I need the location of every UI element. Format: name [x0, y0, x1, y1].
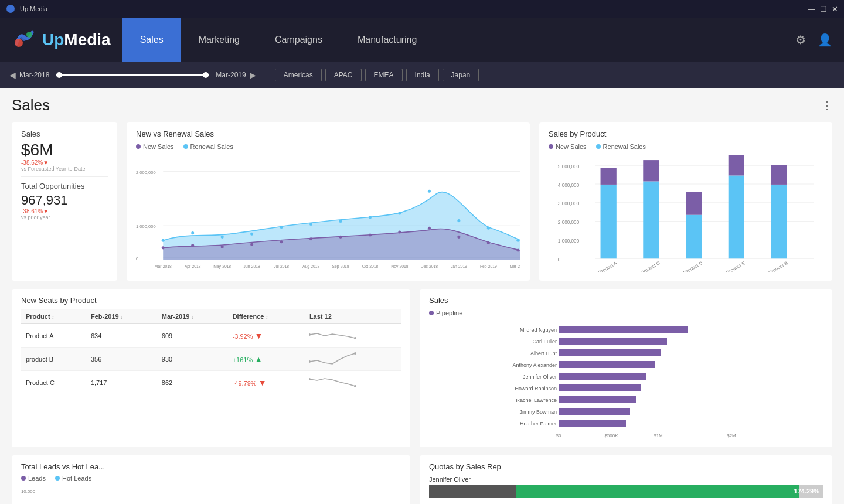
renewal-point-11: [487, 227, 490, 230]
quota-jennifer-fill: [516, 485, 799, 498]
svg-text:1,000,000: 1,000,000: [136, 224, 156, 229]
new-vs-renewal-legend: New Sales Renewal Sales: [136, 143, 520, 150]
renewal-point-7: [369, 216, 372, 219]
svg-text:Sep-2018: Sep-2018: [332, 264, 349, 269]
bar-carl: [559, 338, 667, 345]
legend-renewal-label: Renewal Sales: [190, 143, 233, 150]
col-mar[interactable]: Mar-2019: [157, 309, 228, 324]
slider-thumb-left[interactable]: [56, 72, 62, 78]
svg-text:1,000,000: 1,000,000: [558, 239, 580, 244]
sbp-legend-new-dot: [549, 144, 553, 149]
title-bar-controls[interactable]: — ☐ ✕: [808, 5, 838, 13]
svg-point-41: [309, 333, 311, 336]
more-menu-button[interactable]: ⋮: [822, 99, 832, 112]
filter-bar: ◀ Mar-2018 Mar-2019 ▶ Americas APAC EMEA…: [0, 62, 844, 88]
new-vs-renewal-chart: 0 1,000,000 2,000,000 Mar-2018 Apr-2018 …: [136, 155, 520, 272]
quota-jennifer-marker: [429, 485, 516, 498]
region-emea[interactable]: EMEA: [365, 69, 403, 81]
renewal-point-9: [428, 190, 431, 193]
renewal-point-0: [162, 239, 165, 242]
renewal-point-3: [250, 233, 253, 236]
svg-text:Mar-2019: Mar-2019: [509, 264, 520, 268]
svg-text:Albert Hunt: Albert Hunt: [530, 350, 557, 356]
svg-text:0: 0: [558, 257, 561, 263]
opps-kpi-label: Total Opportunities: [21, 182, 108, 190]
pipeline-legend: Pipepline: [429, 309, 823, 316]
svg-point-44: [354, 352, 356, 355]
nav-manufacturing[interactable]: Manufacturing: [340, 18, 434, 62]
renewal-point-10: [457, 219, 460, 222]
bar-heather: [559, 420, 626, 427]
opps-kpi-sub: vs prior year: [21, 214, 108, 220]
svg-text:Jimmy Bowman: Jimmy Bowman: [519, 409, 557, 415]
svg-text:Howard Robinson: Howard Robinson: [515, 386, 557, 391]
bar-jennifer: [559, 373, 646, 380]
nav-sales[interactable]: Sales: [122, 18, 181, 62]
bar-mildred: [559, 326, 688, 333]
sbp-bar-e-new: [729, 155, 744, 175]
svg-text:Product C: Product C: [640, 260, 661, 272]
main-content: Sales ⋮ Sales $6M -38.62%▼ vs Forecasted…: [0, 88, 844, 504]
region-india[interactable]: India: [406, 69, 439, 81]
svg-text:2,000,000: 2,000,000: [558, 220, 580, 225]
new-vs-renewal-card: New vs Renewal Sales New Sales Renewal S…: [127, 122, 530, 281]
nav-marketing[interactable]: Marketing: [181, 18, 257, 62]
next-arrow[interactable]: ▶: [250, 70, 256, 80]
settings-icon[interactable]: ⚙: [795, 33, 806, 47]
sbp-bar-a-new: [601, 168, 617, 185]
hot-leads-dot: [55, 476, 60, 481]
cell-trend-c: [305, 371, 401, 394]
user-icon[interactable]: 👤: [818, 33, 832, 47]
pipeline-chart: Mildred Nguyen Carl Fuller Albert Hunt A…: [429, 321, 823, 438]
svg-text:Mar-2018: Mar-2018: [155, 264, 172, 268]
page-title-row: Sales ⋮: [12, 96, 832, 114]
svg-text:Heather Palmer: Heather Palmer: [520, 421, 557, 427]
quotas-card: Quotas by Sales Rep Jennifer Oliver 174.…: [420, 455, 832, 504]
sbp-legend-renewal: Renewal Sales: [596, 143, 646, 150]
pipeline-dot: [429, 311, 434, 315]
app-title: Up Media: [20, 5, 47, 12]
svg-point-4: [26, 32, 32, 38]
new-seats-table: Product Feb-2019 Mar-2019 Difference Las…: [21, 309, 401, 394]
sbp-legend-renewal-dot: [596, 144, 601, 149]
svg-text:5,000,000: 5,000,000: [558, 164, 580, 169]
region-apac[interactable]: APAC: [325, 69, 362, 81]
leads-bar-chart: 10,000 0: [21, 486, 401, 504]
nav-items: Sales Marketing Campaigns Manufacturing: [122, 18, 435, 62]
prev-arrow[interactable]: ◀: [9, 70, 16, 80]
svg-point-42: [354, 337, 356, 339]
col-diff[interactable]: Difference: [228, 309, 305, 324]
svg-text:4,000,000: 4,000,000: [558, 183, 580, 188]
col-feb[interactable]: Feb-2019: [86, 309, 157, 324]
cell-product-a: Product A: [21, 324, 86, 348]
maximize-button[interactable]: ☐: [820, 5, 827, 13]
new-point-7: [369, 233, 372, 236]
arrow-down-a: ▼: [255, 331, 263, 340]
slider-thumb-right[interactable]: [203, 72, 209, 78]
close-button[interactable]: ✕: [832, 5, 838, 13]
nav-campaigns[interactable]: Campaigns: [257, 18, 340, 62]
cell-feb-a: 634: [86, 324, 157, 348]
renewal-point-8: [398, 212, 401, 214]
bar-howard: [559, 384, 641, 391]
cell-feb-c: 1,717: [86, 371, 157, 394]
sbp-legend-renewal-label: Renewal Sales: [603, 143, 646, 150]
leads-legend: Leads Hot Leads: [21, 475, 401, 482]
date-slider[interactable]: [56, 74, 209, 76]
minimize-button[interactable]: —: [808, 5, 815, 13]
svg-text:Product E: Product E: [725, 260, 746, 272]
col-product[interactable]: Product: [21, 309, 86, 324]
app-icon: [6, 4, 15, 13]
leads-dot: [21, 476, 26, 481]
quotas-title: Quotas by Sales Rep: [429, 462, 823, 471]
new-seats-title: New Seats by Product: [21, 296, 401, 305]
svg-text:Nov-2018: Nov-2018: [391, 264, 408, 268]
svg-point-0: [6, 5, 15, 13]
date-range-start: ◀ Mar-2018: [9, 70, 49, 80]
region-japan[interactable]: Japan: [443, 69, 479, 81]
sbp-bar-c-renewal: [643, 181, 659, 258]
region-americas[interactable]: Americas: [275, 69, 322, 81]
renewal-point-6: [339, 220, 342, 223]
new-point-1: [191, 244, 194, 247]
hot-leads-label: Hot Leads: [62, 475, 91, 482]
